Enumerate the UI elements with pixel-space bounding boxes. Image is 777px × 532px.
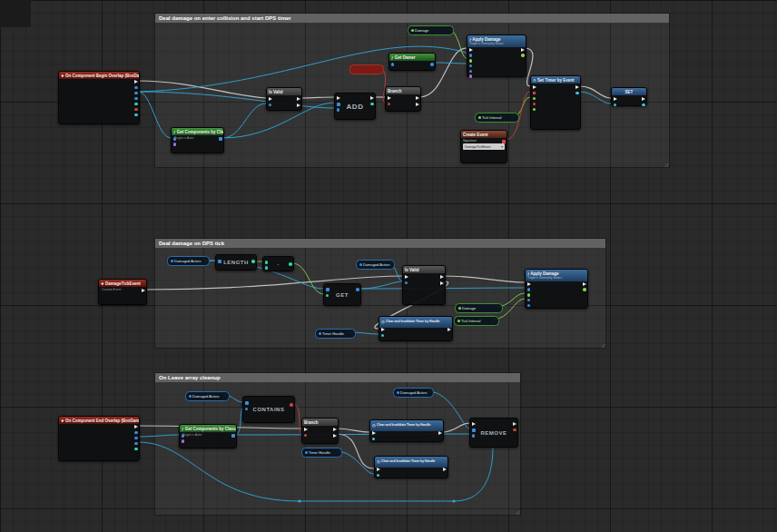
return-value-pin[interactable] <box>575 92 579 95</box>
node-set-timer-by-event[interactable]: ◷ Set Timer by Event <box>530 75 581 130</box>
node-array-remove[interactable]: REMOVE <box>469 418 518 448</box>
node-int-subtract[interactable]: - <box>262 256 294 271</box>
other-body-index-pin[interactable] <box>134 103 138 106</box>
exec-out-pin[interactable] <box>134 80 138 84</box>
components-array-pin[interactable] <box>231 434 235 438</box>
exec-wire[interactable] <box>300 97 334 98</box>
blueprint-graph-canvas[interactable]: Deal damage on enter collision and start… <box>0 0 777 532</box>
component-class-pin[interactable] <box>173 143 177 146</box>
damage-type-class-pin[interactable] <box>469 74 473 78</box>
other-actor-pin[interactable] <box>134 437 138 440</box>
object-wire[interactable] <box>138 92 172 138</box>
damaged-actor-pin[interactable] <box>527 288 531 291</box>
node-branch[interactable]: Branch <box>301 418 339 444</box>
input-object-pin[interactable] <box>269 103 272 107</box>
false-exec-pin[interactable] <box>416 103 419 106</box>
looping-pin[interactable] <box>533 103 536 106</box>
node-is-valid[interactable]: Is Valid <box>402 265 446 305</box>
is-valid-exec-pin[interactable] <box>297 97 300 101</box>
value-in-pin[interactable] <box>614 103 617 107</box>
exec-out-pin[interactable] <box>448 328 451 331</box>
sweep-result-pin[interactable] <box>134 113 138 117</box>
from-sweep-pin[interactable] <box>134 108 138 112</box>
node-apply-damage[interactable]: ƒ Apply Damage Target is Gameplay Static… <box>525 269 588 309</box>
exec-wire[interactable] <box>337 429 369 432</box>
object-wire[interactable] <box>138 435 179 437</box>
condition-pin[interactable] <box>304 434 308 438</box>
exec-out-pin[interactable] <box>583 282 586 286</box>
return-value-pin[interactable] <box>583 288 586 291</box>
condition-pin[interactable] <box>388 103 391 106</box>
array-in-pin[interactable] <box>326 288 329 291</box>
item-to-find-pin[interactable] <box>245 408 249 411</box>
item-out-pin[interactable] <box>356 288 359 291</box>
exec-wire[interactable] <box>138 81 266 98</box>
length-out-pin[interactable] <box>251 260 255 263</box>
exec-in-pin[interactable] <box>377 468 380 471</box>
node-array-get[interactable]: GET <box>323 283 361 306</box>
node-damage-tick-event[interactable]: ❖ DamageTickEvent Custom Event <box>98 279 147 305</box>
event-instigator-pin[interactable] <box>527 299 531 302</box>
time-pin[interactable] <box>533 97 536 101</box>
variable-pill-damaged-actors[interactable]: Damaged Actors <box>356 260 395 270</box>
node-clear-invalidate-timer[interactable]: ◷ Clear and Invalidate Timer by Handle <box>379 316 453 341</box>
variable-pill-red[interactable] <box>349 64 384 74</box>
node-clear-invalidate-timer[interactable]: ◷ Clear and Invalidate Timer by Handle <box>369 419 444 442</box>
true-exec-pin[interactable] <box>416 96 419 100</box>
new-item-pin[interactable] <box>337 108 340 112</box>
return-value-pin[interactable] <box>521 54 525 57</box>
result-pin[interactable] <box>290 403 293 407</box>
reroute-node[interactable] <box>298 499 300 502</box>
removed-bool-pin[interactable] <box>513 429 516 432</box>
input-object-pin[interactable] <box>405 281 408 285</box>
false-exec-pin[interactable] <box>333 434 337 438</box>
exec-in-pin[interactable] <box>469 48 473 52</box>
node-on-component-end-overlap[interactable]: ❖ On Component End Overlap (BoxDamage) <box>58 416 140 461</box>
target-pin[interactable] <box>173 137 177 141</box>
exec-in-pin[interactable] <box>388 96 391 100</box>
exec-in-pin[interactable] <box>472 422 476 426</box>
variable-pill-damage[interactable]: Damage <box>408 25 454 35</box>
exec-out-pin[interactable] <box>575 85 579 89</box>
exec-out-pin[interactable] <box>370 96 374 100</box>
true-exec-pin[interactable] <box>333 428 337 431</box>
item-pin[interactable] <box>472 434 476 438</box>
other-comp-pin[interactable] <box>134 97 138 101</box>
variable-pill-tick-interval[interactable]: Tick Interval <box>475 113 519 123</box>
initial-delay-pin[interactable] <box>533 108 536 112</box>
event-out-pin[interactable] <box>502 140 506 143</box>
object-wire[interactable] <box>222 103 266 138</box>
index-pin[interactable] <box>326 294 329 298</box>
exec-in-pin[interactable] <box>533 85 536 89</box>
b-pin[interactable] <box>265 266 269 270</box>
exec-wire[interactable] <box>337 434 374 468</box>
node-array-add[interactable]: ADD <box>334 93 376 120</box>
node-create-event[interactable]: Create Event Signature DamageTickEvent ▾ <box>460 130 507 163</box>
target-array-pin[interactable] <box>472 429 476 432</box>
variable-pill-tick-interval[interactable]: Tick Interval <box>454 316 499 326</box>
reroute-node[interactable] <box>452 499 455 502</box>
damage-causer-pin[interactable] <box>469 70 473 74</box>
variable-pill-damaged-actors[interactable]: Damaged Actors <box>167 256 210 266</box>
other-actor-pin[interactable] <box>134 92 138 95</box>
component-class-pin[interactable] <box>182 439 185 443</box>
exec-out-pin[interactable] <box>642 97 645 101</box>
target-pin[interactable] <box>182 434 185 438</box>
is-not-valid-exec-pin[interactable] <box>297 103 300 107</box>
target-array-pin[interactable] <box>245 401 249 405</box>
other-comp-pin[interactable] <box>134 442 138 446</box>
variable-pill-damaged-actors[interactable]: Damaged Actors <box>393 388 434 398</box>
node-branch[interactable]: Branch <box>385 86 421 112</box>
is-not-valid-exec-pin[interactable] <box>440 281 444 285</box>
exec-in-pin[interactable] <box>337 96 340 100</box>
damage-causer-pin[interactable] <box>527 304 531 308</box>
exec-in-pin[interactable] <box>405 275 408 279</box>
exec-out-pin[interactable] <box>134 425 138 429</box>
value-out-pin[interactable] <box>642 103 645 107</box>
overlapped-component-pin[interactable] <box>134 431 138 435</box>
exec-out-pin[interactable] <box>443 468 447 471</box>
event-delegate-pin[interactable] <box>533 92 536 95</box>
result-pin[interactable] <box>289 262 292 266</box>
array-in-pin[interactable] <box>218 260 221 263</box>
overlapped-component-pin[interactable] <box>134 86 138 90</box>
